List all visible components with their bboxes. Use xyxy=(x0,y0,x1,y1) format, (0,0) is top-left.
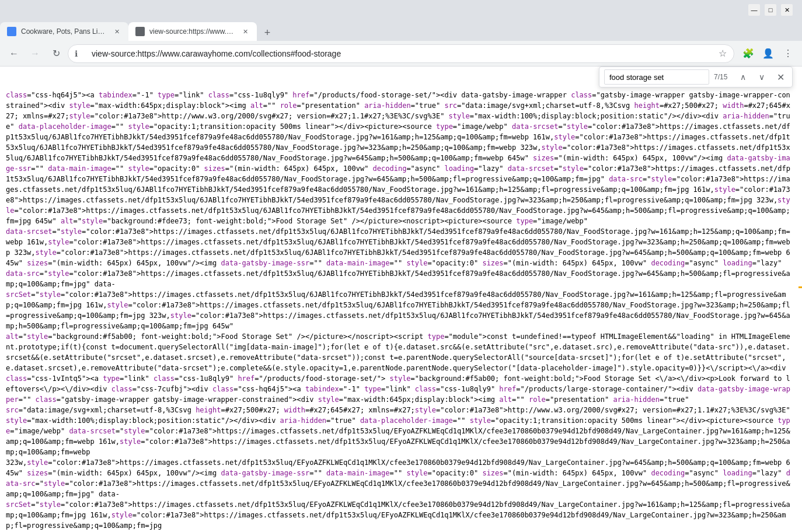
tab-favicon-viewsource xyxy=(135,27,145,36)
tab-viewsource[interactable]: view-source:https://www.caraw... ✕ xyxy=(128,22,257,41)
find-close-button[interactable]: ✕ xyxy=(773,70,787,84)
tab-title-viewsource: view-source:https://www.caraw... xyxy=(149,27,236,36)
forward-button[interactable]: → xyxy=(26,44,44,63)
find-previous-button[interactable]: ∧ xyxy=(736,70,750,84)
find-input[interactable] xyxy=(604,69,709,85)
new-tab-button[interactable]: + xyxy=(259,24,276,41)
address-bar-icon: ℹ xyxy=(75,49,78,58)
menu-button[interactable]: ⋮ xyxy=(779,44,797,63)
tab-close-cookware[interactable]: ✕ xyxy=(112,27,121,36)
reload-button[interactable]: ↻ xyxy=(47,44,65,63)
source-area: class="css-hq64j5"><a tabindex="-1" type… xyxy=(0,66,802,532)
source-line: class="css-hq64j5"><a tabindex="-1" type… xyxy=(5,90,793,226)
tab-cookware[interactable]: Cookware, Pots, Pans Linens & ✕ xyxy=(0,22,128,41)
find-next-button[interactable]: ∨ xyxy=(755,70,769,84)
address-input[interactable] xyxy=(68,44,734,63)
source-content[interactable]: class="css-hq64j5"><a tabindex="-1" type… xyxy=(0,66,802,532)
source-line: 323w,style="color:#1a73e8">https://image… xyxy=(5,457,793,499)
bookmark-icon[interactable]: ☆ xyxy=(716,47,730,61)
window-controls: — □ ✕ xyxy=(748,4,793,16)
tabs-bar: Cookware, Pots, Pans Linens & ✕ view-sou… xyxy=(0,20,802,41)
minimize-button[interactable]: — xyxy=(748,4,760,16)
find-bar: 7/15 ∧ ∨ ✕ xyxy=(599,66,793,88)
back-button[interactable]: ← xyxy=(5,44,23,63)
title-bar: — □ ✕ xyxy=(0,0,802,20)
extensions-button[interactable]: 🧩 xyxy=(739,44,758,63)
nav-icons-right: 🧩 👤 ⋮ xyxy=(739,44,797,63)
source-line: data-srcset="style="color:#1a73e8">https… xyxy=(5,226,793,268)
tab-close-viewsource[interactable]: ✕ xyxy=(240,27,250,36)
address-icons: ☆ xyxy=(716,47,730,61)
source-line: srcSet="style="color:#1a73e8">https://im… xyxy=(5,499,793,531)
tab-favicon-cookware xyxy=(7,27,16,36)
address-bar-container: ℹ ☆ xyxy=(68,44,734,63)
close-button[interactable]: ✕ xyxy=(781,4,793,16)
nav-bar: ← → ↻ ℹ ☆ 🧩 👤 ⋮ xyxy=(0,41,802,66)
source-line: data-src="style="color:#1a73e8">https://… xyxy=(5,268,793,289)
profile-button[interactable]: 👤 xyxy=(759,44,777,63)
source-line: src="data:image/svg+xml;charset=utf-8,%3… xyxy=(5,405,793,457)
source-line: srcSet="style="color:#1a73e8">https://im… xyxy=(5,289,793,331)
tab-title-cookware: Cookware, Pots, Pans Linens & xyxy=(21,27,107,36)
scroll-indicator xyxy=(798,66,802,532)
maximize-button[interactable]: □ xyxy=(765,4,776,16)
source-line: alt="style="background:#f5ab00; font-wei… xyxy=(5,331,793,405)
find-count: 7/15 xyxy=(714,73,731,81)
